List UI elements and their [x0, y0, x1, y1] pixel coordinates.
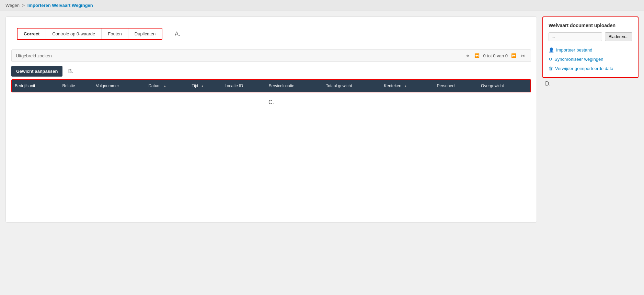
kenteken-sort-icon: ▲	[404, 84, 407, 88]
col-volgnummer[interactable]: Volgnummer	[93, 80, 146, 92]
sync-icon: ↻	[549, 57, 552, 62]
right-panel: Welvaart document uploaden ... Bladeren.…	[542, 16, 639, 87]
importeer-bestand-button[interactable]: 👤 Importeer bestand	[549, 47, 632, 53]
synchroniseer-wegingen-button[interactable]: ↻ Synchroniseer wegingen	[549, 56, 632, 63]
label-d: D.	[545, 81, 639, 87]
col-kenteken[interactable]: Kenteken ▲	[381, 80, 434, 92]
upload-card-title: Welvaart document uploaden	[549, 23, 632, 28]
file-input-row: ... Bladeren...	[549, 32, 632, 41]
left-panel: Correct Controle op 0-waarde Fouten Dupl…	[5, 16, 537, 223]
pagination-next[interactable]: ⏩	[510, 53, 518, 59]
col-totaal-gewicht[interactable]: Totaal gewicht	[323, 80, 381, 92]
bladeren-button[interactable]: Bladeren...	[605, 32, 632, 41]
col-overgewicht[interactable]: Overgewicht	[478, 80, 530, 92]
label-b: B.	[68, 68, 73, 75]
pagination-info: 0 tot 0 van 0	[483, 53, 508, 58]
tab-duplicaten[interactable]: Duplicaten	[128, 29, 162, 39]
breadcrumb-separator: >	[22, 3, 25, 8]
tab-controle[interactable]: Controle op 0-waarde	[46, 29, 102, 39]
breadcrumb: Wegen > Importeren Welvaart Wegingen	[0, 0, 644, 11]
tabs-row: Correct Controle op 0-waarde Fouten Dupl…	[11, 22, 531, 45]
gewicht-aanpassen-button[interactable]: Gewicht aanpassen	[11, 66, 62, 77]
tab-correct[interactable]: Correct	[18, 29, 46, 39]
pagination-prev[interactable]: ⏪	[473, 53, 481, 59]
breadcrumb-wegen[interactable]: Wegen	[5, 3, 20, 8]
label-a: A.	[175, 31, 180, 37]
col-locatie-id[interactable]: Locatie ID	[222, 80, 266, 92]
breadcrumb-current: Importeren Welvaart Wegingen	[27, 3, 93, 8]
main-layout: Correct Controle op 0-waarde Fouten Dupl…	[0, 11, 644, 228]
col-datum[interactable]: Datum ▲	[146, 80, 189, 92]
label-c: C.	[6, 99, 537, 105]
col-tijd[interactable]: Tijd ▲	[189, 80, 222, 92]
search-bar: Uitgebreid zoeken ⏮ ⏪ 0 tot 0 van 0 ⏩ ⏭	[11, 49, 531, 62]
person-icon: 👤	[549, 47, 554, 53]
data-table: Bedrijfsunit Relatie Volgnummer Datum ▲ …	[12, 80, 530, 92]
datum-sort-icon: ▲	[163, 84, 166, 88]
pagination-first[interactable]: ⏮	[464, 53, 471, 59]
col-bedrijfsunit[interactable]: Bedrijfsunit	[12, 80, 59, 92]
action-buttons: 👤 Importeer bestand ↻ Synchroniseer wegi…	[549, 47, 632, 72]
tab-fouten[interactable]: Fouten	[102, 29, 128, 39]
trash-icon: 🗑	[549, 66, 553, 71]
col-personeel[interactable]: Personeel	[434, 80, 478, 92]
search-expanded-label[interactable]: Uitgebreid zoeken	[16, 53, 52, 58]
file-path-display: ...	[549, 32, 602, 41]
tijd-sort-icon: ▲	[201, 84, 204, 88]
upload-card: Welvaart document uploaden ... Bladeren.…	[542, 16, 639, 78]
col-relatie[interactable]: Relatie	[59, 80, 93, 92]
col-servicelocatie[interactable]: Servicelocatie	[266, 80, 323, 92]
pagination-last[interactable]: ⏭	[520, 53, 527, 59]
pagination-controls: ⏮ ⏪ 0 tot 0 van 0 ⏩ ⏭	[464, 53, 527, 59]
toolbar-row: Gewicht aanpassen B.	[11, 66, 531, 77]
tabs-section: Correct Controle op 0-waarde Fouten Dupl…	[17, 28, 162, 40]
verwijder-data-button[interactable]: 🗑 Verwijder geimporteerde data	[549, 65, 632, 72]
table-wrapper: Bedrijfsunit Relatie Volgnummer Datum ▲ …	[11, 79, 531, 92]
